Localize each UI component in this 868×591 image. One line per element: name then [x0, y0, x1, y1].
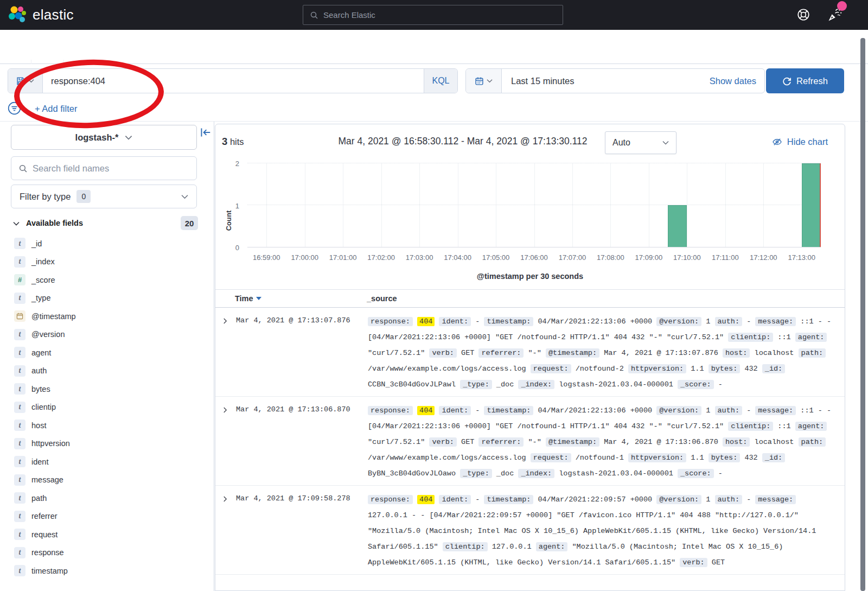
query-language-button[interactable]: KQL: [424, 69, 457, 93]
index-pattern-label: logstash-*: [75, 132, 119, 143]
field-type-text-icon: t: [14, 456, 25, 467]
field-item-httpversion[interactable]: thttpversion: [0, 435, 214, 453]
field-value: 127.0.0.1: [492, 543, 532, 551]
table-row: Mar 4, 2021 @ 17:13:07.876response: 404 …: [215, 308, 845, 397]
interval-selected-value: Auto: [612, 138, 630, 148]
collapse-sidebar-icon[interactable]: [200, 126, 212, 141]
help-icon[interactable]: [796, 8, 810, 24]
field-key-badge: clientip:: [728, 333, 773, 342]
filter-options-icon[interactable]: [8, 101, 21, 117]
chevron-down-icon: [125, 135, 132, 140]
gridline: [419, 163, 420, 247]
field-type-text-icon: t: [14, 492, 25, 504]
hide-chart-button[interactable]: Hide chart: [772, 137, 828, 147]
field-item-referrer[interactable]: treferrer: [0, 507, 214, 526]
date-quick-select-button[interactable]: [466, 69, 502, 93]
histogram-time-range: Mar 4, 2021 @ 16:58:30.112 - Mar 4, 2021…: [302, 136, 623, 147]
gridline: [763, 163, 764, 247]
field-value: GET: [712, 558, 725, 567]
saved-queries-button[interactable]: [8, 69, 43, 93]
expand-row-icon[interactable]: [222, 314, 236, 327]
field-type-text-icon: t: [14, 547, 25, 558]
field-value: /var/www/example.com/logs/access.log: [368, 365, 526, 373]
field-item-request[interactable]: trequest: [0, 525, 214, 544]
kql-query-input[interactable]: response:404 KQL: [8, 68, 458, 93]
elastic-logo[interactable]: elastic: [8, 5, 74, 24]
field-name: @timestamp: [31, 312, 76, 321]
field-value: 04/Mar/2021:22:13:06 +0000: [538, 317, 653, 326]
vertical-scrollbar[interactable]: [860, 38, 865, 591]
field-key-badge: response:: [368, 406, 413, 415]
field-item-timestamp[interactable]: ttimestamp: [0, 562, 214, 580]
filter-by-type-count-badge: 0: [76, 190, 91, 203]
field-item-ident[interactable]: tident: [0, 453, 214, 471]
histogram-bar-17:13:00[interactable]: [802, 163, 821, 247]
field-type-text-icon: t: [14, 383, 25, 395]
field-item-@timestamp[interactable]: @timestamp: [0, 307, 214, 326]
chevron-down-icon[interactable]: [13, 218, 20, 228]
field-key-badge: host:: [723, 437, 750, 447]
global-search-input[interactable]: Search Elastic: [303, 5, 563, 25]
x-tick-label: 17:05:00: [482, 253, 510, 262]
field-value: 432: [744, 365, 757, 373]
field-item-_type[interactable]: t_type: [0, 289, 214, 308]
brand-wordmark: elastic: [33, 7, 74, 23]
show-dates-button[interactable]: Show dates: [710, 69, 764, 93]
refresh-button[interactable]: Refresh: [766, 68, 844, 93]
field-value: ::1: [777, 422, 790, 430]
gridline: [247, 163, 821, 163]
field-item-bytes[interactable]: tbytes: [0, 380, 214, 398]
field-key-badge: @timestamp:: [546, 437, 599, 447]
row-source: response: 404 ident: - timestamp: 04/Mar…: [368, 314, 836, 392]
field-key-badge: request:: [531, 453, 571, 462]
expand-row-icon[interactable]: [222, 492, 236, 505]
add-filter-button[interactable]: + Add filter: [35, 104, 77, 114]
field-item-agent[interactable]: tagent: [0, 344, 214, 362]
x-tick-label: 17:09:00: [635, 253, 663, 262]
field-search-input[interactable]: Search field names: [11, 156, 197, 180]
field-type-text-icon: t: [14, 438, 25, 449]
field-name: _index: [31, 257, 55, 266]
filter-by-type-select[interactable]: Filter by type 0: [11, 185, 197, 208]
index-pattern-select[interactable]: logstash-*: [11, 125, 197, 150]
x-tick-label: 17:00:00: [291, 253, 318, 262]
field-key-badge: _type:: [460, 469, 492, 478]
field-item-path[interactable]: tpath: [0, 489, 214, 507]
field-item-message[interactable]: tmessage: [0, 471, 214, 490]
search-icon: [18, 164, 28, 173]
field-item-auth[interactable]: tauth: [0, 362, 214, 380]
field-value: Mar 4, 2021 @ 17:13:07.876: [604, 349, 718, 357]
time-range-value[interactable]: Last 15 minutes: [502, 69, 710, 93]
field-item-_score[interactable]: #_score: [0, 271, 214, 289]
field-item-_index[interactable]: t_index: [0, 253, 214, 271]
field-value: -: [746, 406, 751, 415]
field-item-response[interactable]: tresponse: [0, 544, 214, 562]
elastic-cluster-icon: [8, 5, 27, 24]
histogram-bar-17:09:30[interactable]: [668, 205, 687, 247]
field-item-clientip[interactable]: tclientip: [0, 398, 214, 417]
field-key-badge: httpversion:: [628, 453, 686, 462]
x-tick-label: 17:12:00: [750, 253, 777, 262]
field-key-badge: auth:: [715, 317, 743, 326]
plot-area[interactable]: [247, 163, 821, 247]
field-key-badge: auth:: [715, 495, 743, 504]
field-key-badge: path:: [799, 437, 826, 447]
field-key-badge: host:: [723, 348, 750, 358]
gridline: [343, 163, 343, 247]
field-value: Mar 4, 2021 @ 17:13:06.870: [604, 438, 718, 446]
field-item-_id[interactable]: t_id: [0, 234, 214, 253]
field-item-@version[interactable]: t@version: [0, 326, 214, 344]
interval-select[interactable]: Auto: [605, 131, 676, 154]
expand-row-icon[interactable]: [222, 403, 236, 416]
field-value: -: [475, 495, 480, 504]
field-value: GET: [461, 438, 474, 446]
field-type-text-icon: t: [14, 347, 25, 358]
field-value: logstash-2021.03.04-000001: [559, 469, 673, 478]
query-input-value[interactable]: response:404: [43, 69, 424, 93]
gridline: [572, 163, 573, 247]
row-timestamp: Mar 4, 2021 @ 17:13:07.876: [236, 314, 368, 325]
x-tick-label: 17:04:00: [444, 253, 471, 262]
field-item-host[interactable]: thost: [0, 416, 214, 435]
time-column-header[interactable]: Time: [235, 294, 367, 303]
field-key-badge: response:: [368, 495, 413, 504]
